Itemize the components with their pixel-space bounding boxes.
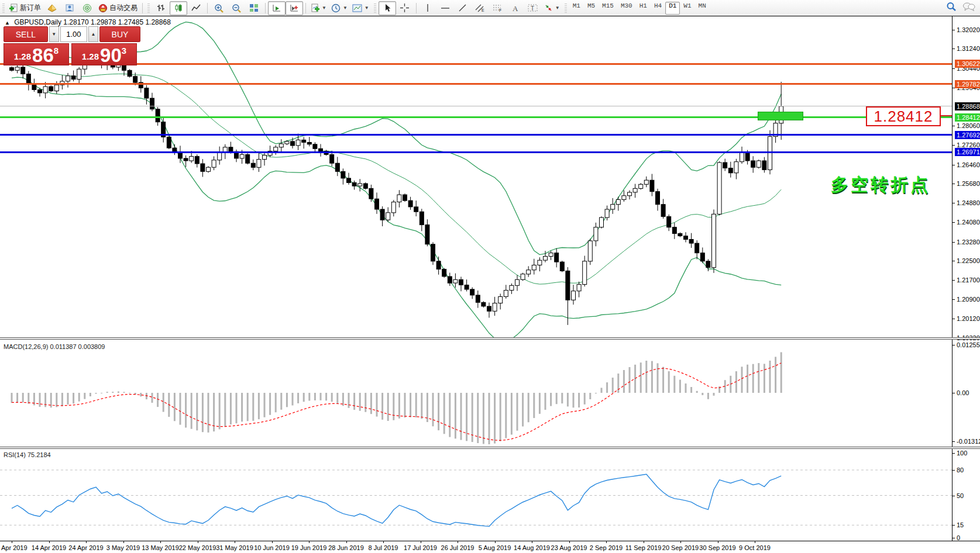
profile-icon-button[interactable] [61, 1, 78, 15]
sell-button[interactable]: SELL [4, 26, 48, 42]
macd-tick-mark [953, 345, 955, 345]
buy-price-big: 90 [100, 47, 122, 64]
new-order-button[interactable]: 新订单 [7, 1, 43, 15]
time-axis[interactable]: 4 Apr 201914 Apr 201924 Apr 20193 May 20… [0, 541, 980, 553]
indicators-button[interactable]: ▼ [308, 1, 329, 15]
volume-increase-button[interactable]: ▲ [88, 26, 98, 42]
toolbar-separator [305, 3, 306, 13]
horizontal-line-object[interactable] [0, 151, 952, 153]
equidistant-channel-icon-button[interactable]: E [472, 1, 489, 15]
autotrading-label: 自动交易 [109, 3, 137, 13]
sell-price-display[interactable]: 1.28 86 8 [4, 43, 69, 65]
timeframe-m15-button[interactable]: M15 [599, 2, 617, 15]
autotrading-button[interactable]: 自动交易 [96, 1, 140, 15]
price-badge: 1.27692 [955, 131, 980, 139]
price-badge: 1.26971 [955, 148, 980, 156]
zoom-in-icon-button[interactable] [210, 1, 228, 15]
price-tick-mark [953, 299, 955, 300]
timeframe-m5-button[interactable]: M5 [584, 2, 599, 15]
templates-button[interactable]: ▼ [350, 1, 372, 15]
pane-divider[interactable] [0, 447, 980, 449]
symbol-period-label: GBPUSD,Daily [14, 18, 61, 26]
line-chart-icon-button[interactable] [187, 1, 205, 15]
timeframe-m30-button[interactable]: M30 [617, 2, 636, 15]
price-tick-label: 1.26460 [957, 161, 980, 168]
bar-chart-icon-button[interactable] [152, 1, 170, 15]
support-zone-rectangle[interactable] [758, 112, 803, 120]
crosshair-icon-button[interactable] [396, 1, 414, 15]
rsi-tick-mark [953, 453, 955, 454]
ohlc-values: 1.28170 1.29878 1.27485 1.28868 [63, 18, 171, 26]
sell-price-big: 86 [32, 47, 54, 64]
price-callout-label[interactable]: 1.28412 [866, 106, 941, 126]
timeframe-m1-button[interactable]: M1 [569, 2, 584, 15]
macd-axis-label: 0.012554 [957, 341, 980, 348]
dropdown-caret: ▼ [555, 5, 560, 11]
horizontal-line-object[interactable] [0, 116, 952, 118]
chat-icon[interactable] [962, 2, 975, 14]
periods-button[interactable]: ▼ [329, 1, 350, 15]
date-label: 5 Aug 2019 [479, 544, 511, 551]
zoom-out-icon-button[interactable] [228, 1, 245, 15]
macd-signal-line [12, 363, 781, 440]
svg-text:E: E [482, 8, 484, 12]
date-label: 14 Apr 2019 [32, 544, 66, 551]
arrows-icon-button[interactable]: ▼ [542, 1, 562, 15]
text-icon-button[interactable]: A [507, 1, 524, 15]
candlestick-chart-icon-button[interactable] [170, 1, 187, 15]
volume-input[interactable] [60, 26, 87, 42]
one-click-trading-panel: SELL ▼ ▲ BUY 1.28 86 8 1.28 90 3 [4, 26, 140, 65]
macd-tick-mark [953, 441, 955, 442]
volume-decrease-button[interactable]: ▼ [49, 26, 59, 42]
price-axis[interactable]: 1.320201.312401.304401.296401.280601.272… [952, 16, 980, 541]
search-icon[interactable] [946, 2, 957, 14]
horizontal-line-object[interactable] [0, 134, 952, 136]
price-tick-label: 1.22500 [957, 257, 980, 264]
signals-icon-button[interactable] [78, 1, 96, 15]
text-label-icon-button[interactable]: T [524, 1, 542, 15]
price-tick-mark [953, 222, 955, 223]
date-label: 2 Sep 2019 [590, 544, 623, 551]
price-badge: 1.28868 [955, 102, 980, 110]
auto-scroll-icon-button[interactable] [268, 1, 286, 15]
chart-title: ▲ GBPUSD,Daily 1.28170 1.29878 1.27485 1… [5, 18, 171, 26]
price-tick-label: 1.24880 [957, 199, 980, 206]
buy-price-display[interactable]: 1.28 90 3 [71, 43, 137, 65]
date-label: 4 Apr 2019 [0, 544, 27, 551]
pane-divider[interactable] [0, 337, 980, 340]
timeframe-h4-button[interactable]: H4 [651, 2, 665, 15]
turning-point-annotation[interactable]: 多空转折点 [831, 173, 930, 197]
buy-button[interactable]: BUY [99, 26, 140, 42]
timeframe-d1-button[interactable]: D1 [665, 2, 680, 15]
collapse-triangle-icon[interactable]: ▲ [5, 20, 10, 26]
rsi-pane[interactable]: RSI(14) 75.2184 [0, 449, 952, 541]
timeframe-mn-button[interactable]: MN [695, 2, 710, 15]
cursor-icon-button[interactable] [379, 1, 396, 15]
timeframe-w1-button[interactable]: W1 [680, 2, 694, 15]
vertical-line-icon-button[interactable] [419, 1, 436, 15]
trendline-icon-button[interactable] [454, 1, 472, 15]
rsi-axis-label: 50 [957, 492, 964, 499]
date-label: 28 Jun 2019 [328, 544, 364, 551]
chart-shift-icon-button[interactable] [286, 1, 303, 15]
horizontal-line-object[interactable] [0, 63, 952, 65]
macd-pane[interactable]: MACD(12,26,9) 0.011387 0.003809 [0, 340, 952, 447]
rsi-tick-mark [953, 538, 955, 538]
fibonacci-icon-button[interactable]: F [489, 1, 507, 15]
new-order-label: 新订单 [20, 3, 41, 13]
price-tick-mark [953, 242, 955, 243]
buy-price-pip: 3 [122, 46, 126, 56]
toolbar: 新订单 自动交易 [0, 0, 980, 16]
horizontal-line-object[interactable] [0, 83, 952, 85]
toolbar-grip [2, 4, 5, 13]
new-order-icon [9, 4, 18, 12]
timeframe-h1-button[interactable]: H1 [636, 2, 651, 15]
current-price-line [0, 106, 952, 106]
tile-windows-icon-button[interactable] [245, 1, 263, 15]
price-tick-mark [953, 68, 955, 69]
macd-tick-mark [953, 393, 955, 393]
horizontal-line-icon-button[interactable] [436, 1, 454, 15]
macd-chart [0, 340, 952, 447]
gold-bar-icon-button[interactable] [43, 1, 61, 15]
price-tick-mark [953, 165, 955, 165]
